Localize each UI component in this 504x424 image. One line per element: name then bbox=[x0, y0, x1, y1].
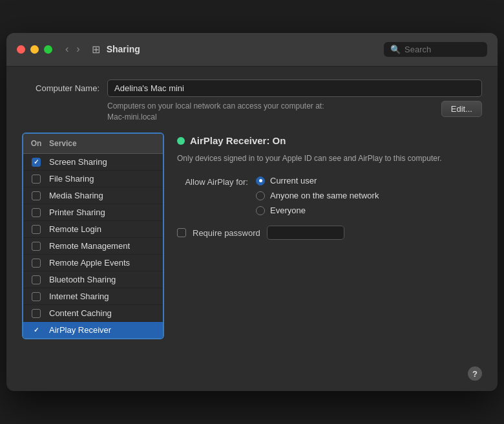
password-input[interactable] bbox=[267, 226, 344, 240]
airplay-status-row: AirPlay Receiver: On bbox=[177, 135, 482, 146]
service-name-internet-sharing: Internet Sharing bbox=[49, 292, 163, 301]
service-checkbox-internet-sharing[interactable] bbox=[23, 292, 49, 301]
service-row-remote-apple-events[interactable]: Remote Apple Events bbox=[23, 255, 163, 271]
service-checkbox-remote-management[interactable] bbox=[23, 242, 49, 251]
minimize-button[interactable] bbox=[30, 45, 39, 54]
radio-label-current-user: Current user bbox=[270, 176, 317, 186]
service-checkbox-airplay-receiver[interactable] bbox=[23, 326, 49, 335]
service-name-content-caching: Content Caching bbox=[49, 308, 163, 318]
search-input[interactable] bbox=[404, 45, 481, 54]
allow-airplay-row: Allow AirPlay for: Current user Anyone o… bbox=[177, 176, 482, 215]
service-row-remote-login[interactable]: Remote Login bbox=[23, 221, 163, 238]
service-row-bluetooth-sharing[interactable]: Bluetooth Sharing bbox=[23, 271, 163, 288]
service-name-media-sharing: Media Sharing bbox=[49, 191, 163, 200]
service-checkbox-file-sharing[interactable] bbox=[23, 175, 49, 184]
titlebar: ‹ › ⊞ Sharing 🔍 bbox=[6, 33, 498, 67]
service-checkbox-bluetooth-sharing[interactable] bbox=[23, 275, 49, 284]
radio-current-user[interactable]: Current user bbox=[256, 176, 379, 186]
radio-options: Current user Anyone on the same network … bbox=[256, 176, 379, 215]
service-name-file-sharing: File Sharing bbox=[49, 174, 163, 184]
computer-name-desc: Computers on your local network can acce… bbox=[107, 101, 324, 123]
col-service-header: Service bbox=[49, 136, 163, 151]
service-checkbox-printer-sharing[interactable] bbox=[23, 208, 49, 217]
service-row-remote-management[interactable]: Remote Management bbox=[23, 238, 163, 255]
status-indicator bbox=[177, 137, 185, 145]
radio-btn-same-network[interactable] bbox=[256, 191, 265, 200]
service-list-panel: On Service Screen Sharing File Sharing bbox=[22, 132, 164, 339]
service-name-printer-sharing: Printer Sharing bbox=[49, 207, 163, 217]
service-row-content-caching[interactable]: Content Caching bbox=[23, 305, 163, 322]
radio-btn-current-user[interactable] bbox=[256, 176, 265, 186]
checkbox-screen-sharing[interactable] bbox=[32, 158, 41, 167]
service-checkbox-remote-apple-events[interactable] bbox=[23, 259, 49, 268]
service-row-file-sharing[interactable]: File Sharing bbox=[23, 171, 163, 187]
computer-name-sub: Computers on your local network can acce… bbox=[107, 101, 482, 123]
service-checkbox-screen-sharing[interactable] bbox=[23, 158, 49, 167]
main-content: Computer Name: Computers on your local n… bbox=[6, 67, 498, 353]
checkbox-printer-sharing[interactable] bbox=[32, 208, 41, 217]
allow-airplay-label: Allow AirPlay for: bbox=[177, 176, 248, 187]
checkbox-airplay-receiver[interactable] bbox=[32, 326, 41, 335]
service-name-remote-login: Remote Login bbox=[49, 224, 163, 234]
service-name-screen-sharing: Screen Sharing bbox=[49, 157, 163, 167]
search-icon: 🔍 bbox=[390, 45, 401, 54]
bottom-area: ? bbox=[6, 352, 498, 391]
window-title: Sharing bbox=[107, 44, 140, 54]
radio-label-same-network: Anyone on the same network bbox=[270, 191, 379, 200]
service-checkbox-remote-login[interactable] bbox=[23, 225, 49, 234]
service-name-remote-apple-events: Remote Apple Events bbox=[49, 258, 163, 268]
checkbox-bluetooth-sharing[interactable] bbox=[32, 275, 41, 284]
detail-panel: AirPlay Receiver: On Only devices signed… bbox=[173, 132, 482, 339]
close-button[interactable] bbox=[17, 45, 25, 54]
require-password-row: Require password bbox=[177, 226, 482, 240]
checkbox-remote-management[interactable] bbox=[32, 242, 41, 251]
computer-name-label: Computer Name: bbox=[22, 83, 100, 93]
system-preferences-window: ‹ › ⊞ Sharing 🔍 Computer Name: Computers… bbox=[6, 33, 498, 392]
require-password-label: Require password bbox=[193, 228, 260, 238]
service-name-bluetooth-sharing: Bluetooth Sharing bbox=[49, 275, 163, 284]
require-password-checkbox[interactable] bbox=[177, 228, 186, 237]
checkbox-content-caching[interactable] bbox=[32, 309, 41, 318]
status-description: Only devices signed in to your Apple ID … bbox=[177, 153, 482, 164]
edit-button[interactable]: Edit... bbox=[441, 101, 482, 117]
service-row-media-sharing[interactable]: Media Sharing bbox=[23, 187, 163, 204]
main-panels: On Service Screen Sharing File Sharing bbox=[22, 132, 482, 339]
checkbox-remote-login[interactable] bbox=[32, 225, 41, 234]
checkbox-file-sharing[interactable] bbox=[32, 175, 41, 184]
service-checkbox-media-sharing[interactable] bbox=[23, 191, 49, 200]
computer-name-row: Computer Name: bbox=[22, 80, 482, 97]
service-row-printer-sharing[interactable]: Printer Sharing bbox=[23, 204, 163, 221]
service-row-screen-sharing[interactable]: Screen Sharing bbox=[23, 154, 163, 171]
search-bar[interactable]: 🔍 bbox=[384, 42, 487, 57]
col-on-header: On bbox=[23, 136, 49, 151]
zoom-button[interactable] bbox=[44, 45, 52, 54]
forward-button[interactable]: › bbox=[74, 43, 82, 56]
nav-buttons: ‹ › bbox=[63, 43, 83, 56]
service-name-remote-management: Remote Management bbox=[49, 241, 163, 251]
checkbox-internet-sharing[interactable] bbox=[32, 292, 41, 301]
checkbox-remote-apple-events[interactable] bbox=[32, 259, 41, 268]
radio-same-network[interactable]: Anyone on the same network bbox=[256, 191, 379, 200]
computer-name-input[interactable] bbox=[107, 80, 482, 97]
grid-button[interactable]: ⊞ bbox=[89, 42, 103, 57]
radio-btn-everyone[interactable] bbox=[256, 206, 265, 215]
traffic-lights bbox=[17, 45, 52, 54]
service-row-internet-sharing[interactable]: Internet Sharing bbox=[23, 288, 163, 305]
radio-everyone[interactable]: Everyone bbox=[256, 206, 379, 215]
service-row-airplay-receiver[interactable]: AirPlay Receiver bbox=[23, 322, 163, 338]
service-name-airplay-receiver: AirPlay Receiver bbox=[49, 325, 163, 335]
status-title: AirPlay Receiver: On bbox=[190, 135, 286, 146]
radio-label-everyone: Everyone bbox=[270, 206, 306, 215]
checkbox-media-sharing[interactable] bbox=[32, 191, 41, 200]
back-button[interactable]: ‹ bbox=[63, 43, 71, 56]
service-checkbox-content-caching[interactable] bbox=[23, 309, 49, 318]
help-button[interactable]: ? bbox=[468, 366, 482, 381]
service-list-header: On Service bbox=[23, 134, 163, 154]
